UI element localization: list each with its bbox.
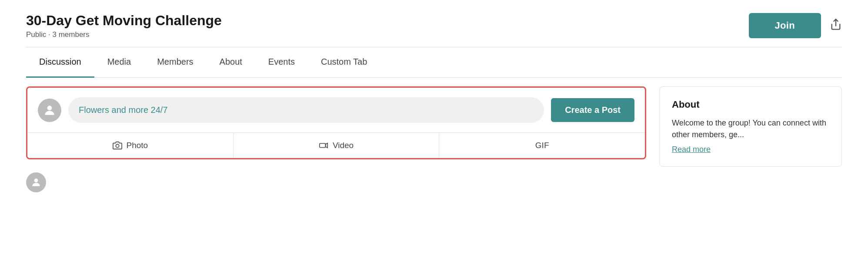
share-icon[interactable] bbox=[830, 18, 842, 33]
read-more-link[interactable]: Read more bbox=[672, 145, 711, 154]
small-avatar bbox=[26, 172, 46, 192]
video-option[interactable]: Video bbox=[234, 133, 440, 158]
create-post-button[interactable]: Create a Post bbox=[551, 98, 634, 122]
right-column: About Welcome to the group! You can conn… bbox=[659, 86, 842, 192]
tab-media[interactable]: Media bbox=[94, 47, 144, 78]
photo-label: Photo bbox=[127, 141, 148, 150]
tab-about[interactable]: About bbox=[207, 47, 255, 78]
post-input-row: Create a Post bbox=[27, 88, 645, 132]
user-icon bbox=[43, 103, 57, 117]
about-card-title: About bbox=[672, 99, 829, 110]
tab-events[interactable]: Events bbox=[255, 47, 308, 78]
tab-custom-tab[interactable]: Custom Tab bbox=[308, 47, 380, 78]
svg-point-1 bbox=[47, 106, 52, 110]
group-meta: Public · 3 members bbox=[26, 30, 222, 39]
svg-point-2 bbox=[116, 145, 119, 148]
group-title-block: 30-Day Get Moving Challenge Public · 3 m… bbox=[26, 12, 222, 39]
gif-label: GIF bbox=[535, 141, 549, 150]
video-label: Video bbox=[333, 141, 354, 150]
svg-rect-3 bbox=[320, 144, 326, 148]
camera-icon bbox=[113, 141, 122, 150]
tab-discussion[interactable]: Discussion bbox=[26, 47, 94, 78]
svg-point-4 bbox=[34, 179, 38, 183]
avatar bbox=[38, 99, 61, 122]
photo-option[interactable]: Photo bbox=[27, 133, 234, 158]
post-input[interactable] bbox=[68, 97, 544, 123]
group-header: 30-Day Get Moving Challenge Public · 3 m… bbox=[26, 0, 842, 47]
gif-option[interactable]: GIF bbox=[439, 133, 645, 158]
header-actions: Join bbox=[749, 13, 842, 38]
about-card: About Welcome to the group! You can conn… bbox=[659, 86, 842, 167]
group-title: 30-Day Get Moving Challenge bbox=[26, 12, 222, 29]
nav-tabs: Discussion Media Members About Events Cu… bbox=[26, 47, 842, 78]
below-card bbox=[26, 168, 646, 192]
post-media-row: Photo Video GIF bbox=[27, 132, 645, 158]
small-user-icon bbox=[30, 177, 42, 188]
tab-members[interactable]: Members bbox=[144, 47, 206, 78]
video-icon bbox=[319, 141, 328, 150]
left-column: Create a Post Photo bbox=[26, 86, 646, 192]
about-description: Welcome to the group! You can connect wi… bbox=[672, 117, 829, 141]
join-button[interactable]: Join bbox=[749, 13, 821, 38]
main-content: Create a Post Photo bbox=[26, 78, 842, 192]
post-create-card: Create a Post Photo bbox=[26, 86, 646, 159]
